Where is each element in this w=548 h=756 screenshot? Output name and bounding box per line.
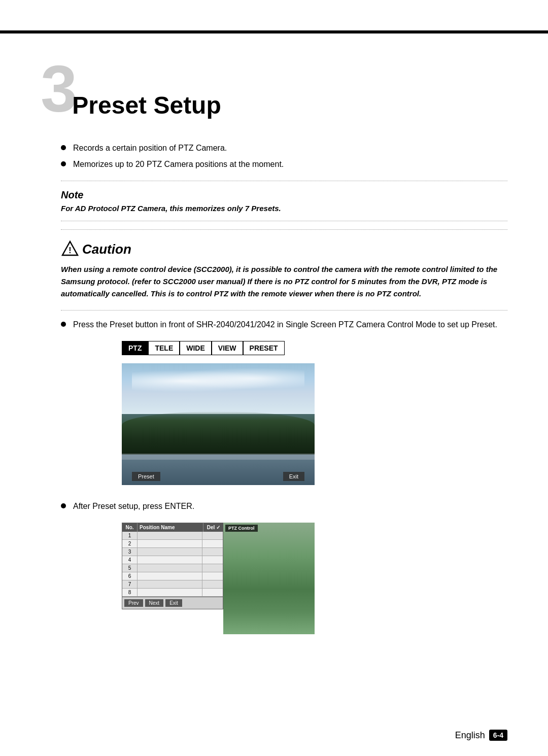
preset-table-left: No. Position Name Del ✓ 1 2 3 4 5 6 7 8 <box>122 523 223 597</box>
bullet-item-1: Records a certain position of PTZ Camera… <box>61 142 507 154</box>
step2-bullets: After Preset setup, press ENTER. <box>61 500 507 512</box>
ptz-btn-view[interactable]: VIEW <box>212 341 243 355</box>
exit-overlay-btn[interactable]: Exit <box>283 472 304 481</box>
note-text: For AD Protocol PTZ Camera, this memoriz… <box>61 204 507 213</box>
camera-overlay-buttons: Preset Exit <box>122 472 315 481</box>
divider-3 <box>61 229 507 230</box>
preset-table-wrapper: No. Position Name Del ✓ 1 2 3 4 5 6 7 8 <box>122 523 315 634</box>
table-row: 7 <box>122 580 223 589</box>
divider-4 <box>61 310 507 311</box>
th-name: Position Name <box>138 523 203 532</box>
chapter-title: Preset Setup <box>72 93 221 122</box>
bottom-footer: English 6-4 <box>455 730 507 741</box>
clouds-layer <box>132 368 304 394</box>
ptz-btn-preset[interactable]: PRESET <box>243 341 285 355</box>
chapter-header: 3 Preset Setup <box>41 56 507 122</box>
bullet-text-1: Records a certain position of PTZ Camera… <box>73 142 227 154</box>
caution-text: When using a remote control device (SCC2… <box>61 263 507 300</box>
table-row: 2 <box>122 540 223 548</box>
ptz-btn-wide[interactable]: WIDE <box>180 341 212 355</box>
table-row: 3 <box>122 548 223 556</box>
table-bottom-buttons: Prev Next Exit <box>122 597 223 609</box>
th-no: No. <box>122 523 138 532</box>
svg-text:!: ! <box>68 246 71 255</box>
table-row: 8 <box>122 589 223 597</box>
note-title: Note <box>61 189 507 201</box>
footer-language: English <box>455 730 485 741</box>
step1-text: Press the Preset button in front of SHR-… <box>73 319 497 331</box>
table-row: 1 <box>122 532 223 540</box>
horizon-layer <box>122 454 315 460</box>
content-area: Records a certain position of PTZ Camera… <box>41 142 507 634</box>
bullet-dot-step1 <box>61 322 66 327</box>
step1-item: Press the Preset button in front of SHR-… <box>61 319 507 331</box>
ptz-bg <box>223 523 315 634</box>
caution-icon: ! <box>61 240 79 258</box>
preset-table-section: No. Position Name Del ✓ 1 2 3 4 5 6 7 8 <box>122 523 315 634</box>
bullet-item-2: Memorizes up to 20 PTZ Camera positions … <box>61 158 507 170</box>
preset-table-header: No. Position Name Del ✓ <box>122 523 224 532</box>
caution-header: ! Caution <box>61 240 507 258</box>
bullet-dot <box>61 145 66 150</box>
footer-page-badge: 6-4 <box>489 730 507 741</box>
table-row: 4 <box>122 556 223 564</box>
step2-text: After Preset setup, press ENTER. <box>73 500 194 512</box>
bullet-dot-step2 <box>61 503 66 508</box>
ptz-button-row: PTZ TELE WIDE VIEW PRESET <box>61 341 507 355</box>
prev-button[interactable]: Prev <box>124 599 143 607</box>
caution-title: Caution <box>82 242 131 257</box>
divider-1 <box>61 181 507 181</box>
bullet-dot <box>61 161 66 166</box>
table-row: 5 <box>122 564 223 572</box>
preset-table-left-wrap: No. Position Name Del ✓ 1 2 3 4 5 6 7 8 <box>122 523 223 634</box>
ptz-control-label: PTZ Control <box>225 525 258 532</box>
top-border <box>0 30 548 33</box>
note-section: Note For AD Protocol PTZ Camera, this me… <box>61 189 507 213</box>
camera-screenshot: Preset Exit <box>122 363 315 485</box>
th-del: Del ✓ <box>203 523 224 532</box>
camera-image: Preset Exit <box>122 363 315 485</box>
next-button[interactable]: Next <box>145 599 164 607</box>
caution-section: ! Caution When using a remote control de… <box>61 240 507 300</box>
step1-bullets: Press the Preset button in front of SHR-… <box>61 319 507 331</box>
ptz-control-panel: PTZ Control <box>223 523 315 634</box>
step2-item: After Preset setup, press ENTER. <box>61 500 507 512</box>
table-row: 6 <box>122 572 223 580</box>
intro-bullets: Records a certain position of PTZ Camera… <box>61 142 507 170</box>
bullet-text-2: Memorizes up to 20 PTZ Camera positions … <box>73 158 284 170</box>
preset-overlay-btn[interactable]: Preset <box>132 472 160 481</box>
divider-2 <box>61 221 507 221</box>
ptz-btn-tele[interactable]: TELE <box>148 341 180 355</box>
trees-layer <box>122 411 315 457</box>
exit-button[interactable]: Exit <box>165 599 182 607</box>
ptz-btn-ptz[interactable]: PTZ <box>122 341 148 355</box>
